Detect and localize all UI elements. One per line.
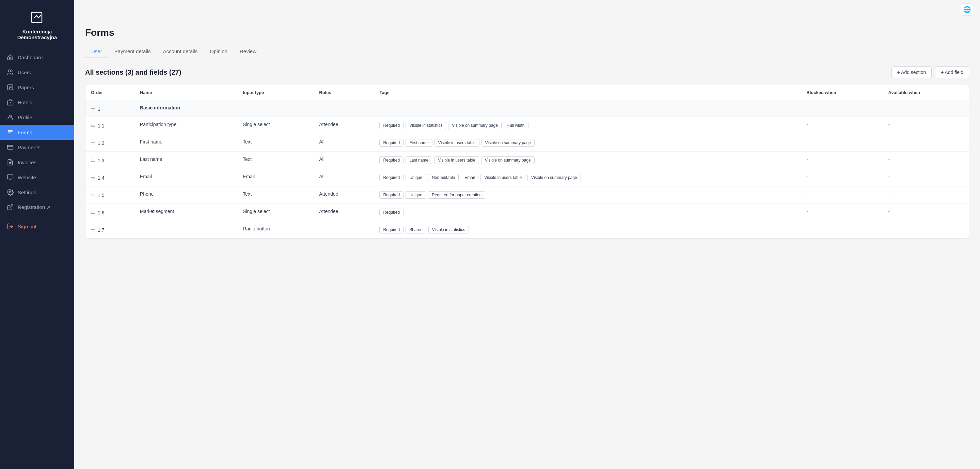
tag: First name [406, 139, 433, 147]
drag-icon[interactable]: ⇆ [91, 227, 95, 233]
tag: Required [379, 209, 404, 216]
col-roles: Roles [313, 85, 374, 100]
drag-icon[interactable]: ⇆ [91, 123, 95, 129]
website-icon [7, 174, 14, 181]
drag-icon[interactable]: ⇆ [91, 158, 95, 163]
tab-payment-details[interactable]: Payment details [108, 45, 157, 58]
sidebar-item-dashboard[interactable]: Dashboard [0, 50, 74, 65]
sidebar-label-dashboard: Dashboard [18, 54, 43, 60]
blocked-when: - [801, 187, 883, 204]
input-type: Text [237, 187, 313, 204]
order-cell: ⇆1.4 [91, 174, 129, 181]
tags-cell: RequiredUniqueRequired for paper creatio… [374, 187, 801, 204]
invoices-icon [7, 159, 14, 166]
tag: Required for paper creation [428, 191, 485, 199]
available-when: - [883, 134, 969, 152]
field-name: Email [135, 169, 237, 187]
tag: Visible on summary page [527, 174, 581, 181]
sidebar-item-hotels[interactable]: Hotels [0, 95, 74, 110]
order-number: 1.1 [98, 123, 104, 129]
col-blocked-when: Blocked when [801, 85, 883, 100]
tag: Visible in statistics [406, 122, 446, 129]
sidebar-label-settings: Settings [18, 190, 36, 195]
sidebar-label-papers: Papers [18, 85, 34, 90]
tab-user[interactable]: User [85, 45, 108, 58]
field-name: Phone [135, 187, 237, 204]
sidebar-item-profile[interactable]: Profile [0, 110, 74, 125]
input-type: Email [237, 169, 313, 187]
roles: Attendee [313, 117, 374, 134]
home-icon [7, 54, 14, 61]
tab-opinion[interactable]: Opinion [204, 45, 234, 58]
input-type: Text [237, 134, 313, 152]
forms-icon [7, 129, 14, 136]
globe-icon: 🌐 [963, 6, 971, 13]
sidebar-item-invoices[interactable]: Invoices [0, 155, 74, 170]
col-order: Order [86, 85, 135, 100]
available-when: - [883, 117, 969, 134]
sidebar-item-papers[interactable]: Papers [0, 80, 74, 95]
order-number: 1.4 [98, 175, 104, 181]
drag-icon[interactable]: ⇆ [91, 210, 95, 215]
papers-icon [7, 84, 14, 91]
section-summary: All sections (3) and fields (27) [85, 69, 181, 77]
add-section-button[interactable]: + Add section [891, 67, 932, 78]
field-name: Market segment [135, 204, 237, 221]
tag: Visible on summary page [482, 139, 535, 147]
sidebar-item-website[interactable]: Website [0, 170, 74, 185]
tags-cell: RequiredSharedVisible in statistics [374, 221, 801, 239]
sidebar-label-forms: Forms [18, 129, 32, 135]
add-field-button[interactable]: + Add field [935, 67, 969, 78]
order-cell: ⇆1.2 [91, 139, 129, 146]
tag: Non-editable [428, 174, 459, 181]
sidebar-logo: Konferencja Demonstracyjna [0, 0, 74, 47]
tag: Email [461, 174, 479, 181]
globe-button[interactable]: 🌐 [961, 3, 973, 16]
drag-icon[interactable]: ⇆ [91, 140, 95, 146]
tag: Required [379, 122, 404, 129]
drag-icon[interactable]: ⇆ [91, 175, 95, 181]
section-header-row: All sections (3) and fields (27) + Add s… [85, 67, 969, 78]
blocked-when [801, 221, 883, 239]
page-title: Forms [85, 27, 969, 38]
blocked-when: - [801, 152, 883, 169]
sidebar-item-settings[interactable]: Settings [0, 185, 74, 200]
input-type: Single select [237, 117, 313, 134]
tab-account-details[interactable]: Account details [157, 45, 204, 58]
svg-rect-14 [8, 145, 13, 149]
roles: Attendee [313, 187, 374, 204]
hotels-icon [7, 99, 14, 106]
tag: Required [379, 174, 404, 181]
tags-cell: - [374, 100, 801, 117]
col-available-when: Available when [883, 85, 969, 100]
sidebar-item-users[interactable]: Users [0, 65, 74, 80]
drag-icon[interactable]: ⇆ [91, 106, 95, 112]
sidebar-item-registration[interactable]: Registration ↗ [0, 200, 74, 215]
users-icon [7, 69, 14, 76]
tag: Unique [406, 191, 426, 199]
svg-rect-18 [8, 175, 13, 179]
signout-button[interactable]: Sign out [0, 219, 74, 234]
drag-icon[interactable]: ⇆ [91, 193, 95, 198]
sidebar-item-forms[interactable]: Forms [0, 125, 74, 140]
sidebar-nav: Dashboard Users Papers Hotels Profile Fo… [0, 47, 74, 469]
blocked-when: - [801, 204, 883, 221]
roles: All [313, 152, 374, 169]
input-type [237, 100, 313, 117]
roles [313, 221, 374, 239]
col-input-type: Input type [237, 85, 313, 100]
logo-icon [29, 10, 45, 26]
tag: Visible in users table [434, 156, 479, 164]
header-actions: + Add section + Add field [891, 67, 969, 78]
order-cell: ⇆1 [91, 105, 129, 112]
tags-cell: RequiredFirst nameVisible in users table… [374, 134, 801, 152]
tab-review[interactable]: Review [234, 45, 262, 58]
sidebar-item-payments[interactable]: Payments [0, 140, 74, 155]
tag: Shared [406, 226, 426, 233]
order-number: 1.7 [98, 227, 104, 233]
tag: Last name [406, 156, 432, 164]
roles: Attendee [313, 204, 374, 221]
sidebar-label-invoices: Invoices [18, 160, 37, 165]
sidebar-label-registration: Registration ↗ [18, 204, 51, 210]
sidebar-label-profile: Profile [18, 115, 32, 120]
